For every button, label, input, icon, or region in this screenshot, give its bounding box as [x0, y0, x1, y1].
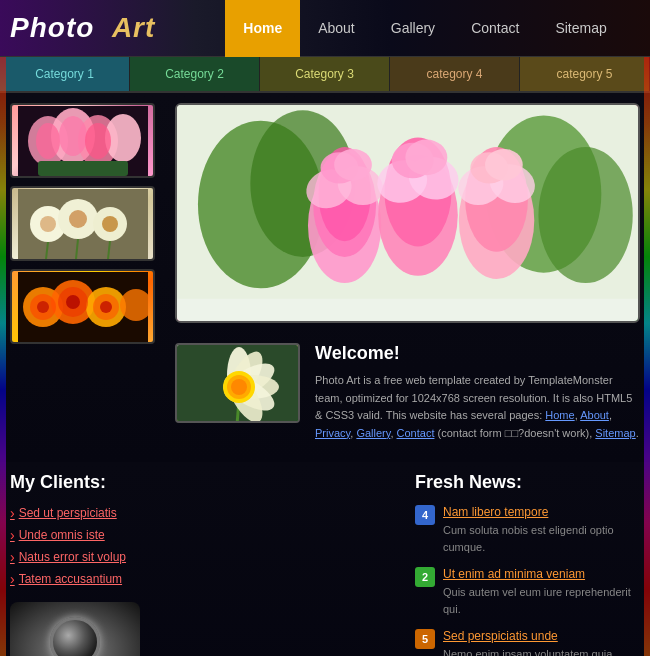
- thumbnail-1[interactable]: [10, 103, 155, 178]
- welcome-text: Welcome! Photo Art is a free web templat…: [315, 343, 640, 442]
- news-badge-2: 2: [415, 567, 435, 587]
- link-privacy[interactable]: Privacy: [315, 427, 350, 439]
- news-content-3: Sed perspiciatis unde Nemo enim ipsam vo…: [443, 629, 640, 656]
- camera-lens: [50, 617, 100, 656]
- news-item-1: 4 Nam libero tempore Cum soluta nobis es…: [415, 505, 640, 555]
- client-link-2[interactable]: Unde omnis iste: [10, 527, 175, 543]
- news-badge-1: 4: [415, 505, 435, 525]
- category-3[interactable]: Category 3: [260, 57, 390, 91]
- bottom-section: My Clients: Sed ut perspiciatis Unde omn…: [0, 462, 650, 656]
- clients-heading: My Clients:: [10, 472, 175, 493]
- thumbnail-3[interactable]: [10, 269, 155, 344]
- svg-point-5: [36, 123, 60, 159]
- svg-rect-55: [177, 299, 638, 321]
- svg-point-14: [40, 216, 56, 232]
- site-title-part2: Art: [112, 12, 155, 43]
- nav-contact[interactable]: Contact: [453, 0, 537, 57]
- svg-rect-8: [38, 161, 128, 176]
- camera-decoration: [10, 602, 140, 656]
- category-1[interactable]: Category 1: [0, 57, 130, 91]
- hero-svg: [177, 105, 638, 321]
- main-content: Welcome! Photo Art is a free web templat…: [0, 93, 650, 462]
- welcome-section: Welcome! Photo Art is a free web templat…: [175, 333, 640, 452]
- flowers-svg-2: [18, 189, 148, 259]
- center-content: Welcome! Photo Art is a free web templat…: [175, 103, 640, 452]
- welcome-body: Photo Art is a free web template created…: [315, 372, 640, 442]
- svg-point-28: [37, 301, 49, 313]
- nav-about[interactable]: About: [300, 0, 373, 57]
- link-home[interactable]: Home: [545, 409, 574, 421]
- welcome-left: [175, 343, 305, 442]
- news-content-1: Nam libero tempore Cum soluta nobis est …: [443, 505, 640, 555]
- flowers-svg-1: [18, 106, 148, 176]
- news-desc-2: Quis autem vel eum iure reprehenderit qu…: [443, 584, 640, 617]
- news-item-3: 5 Sed perspiciatis unde Nemo enim ipsam …: [415, 629, 640, 656]
- svg-point-16: [102, 216, 118, 232]
- svg-point-15: [69, 210, 87, 228]
- flowers-svg-3: [18, 272, 148, 342]
- category-5[interactable]: category 5: [520, 57, 650, 91]
- header: Photo Art Home About Gallery Contact Sit…: [0, 0, 650, 57]
- link-sitemap[interactable]: Sitemap: [595, 427, 635, 439]
- clients-column: My Clients: Sed ut perspiciatis Unde omn…: [10, 472, 175, 656]
- svg-point-35: [538, 147, 632, 283]
- svg-point-30: [100, 301, 112, 313]
- client-link-1[interactable]: Sed ut perspiciatis: [10, 505, 175, 521]
- site-title: Photo Art: [10, 12, 210, 44]
- client-link-4[interactable]: Tatem accusantium: [10, 571, 175, 587]
- sidebar: [10, 103, 165, 452]
- bottom-center-spacer: [185, 472, 405, 656]
- news-desc-1: Cum soluta nobis est eligendi optio cumq…: [443, 522, 640, 555]
- link-about[interactable]: About: [580, 409, 609, 421]
- category-4[interactable]: category 4: [390, 57, 520, 91]
- news-desc-3: Nemo enim ipsam voluptatem quia voluptas…: [443, 646, 640, 656]
- news-title-1[interactable]: Nam libero tempore: [443, 505, 640, 519]
- nav-sitemap[interactable]: Sitemap: [537, 0, 624, 57]
- nav-gallery[interactable]: Gallery: [373, 0, 453, 57]
- hero-image: [175, 103, 640, 323]
- news-title-3[interactable]: Sed perspiciatis unde: [443, 629, 640, 643]
- site-title-part1: Photo: [10, 12, 94, 43]
- news-badge-3: 5: [415, 629, 435, 649]
- link-contact[interactable]: Contact: [397, 427, 435, 439]
- link-gallery[interactable]: Gallery: [356, 427, 390, 439]
- hero-image-inner: [177, 105, 638, 321]
- welcome-heading: Welcome!: [315, 343, 640, 364]
- svg-point-29: [66, 295, 80, 309]
- svg-point-7: [85, 123, 111, 159]
- category-2[interactable]: Category 2: [130, 57, 260, 91]
- daisy-svg: [177, 345, 300, 423]
- svg-point-54: [485, 149, 523, 180]
- thumbnail-2[interactable]: [10, 186, 155, 261]
- main-nav: Home About Gallery Contact Sitemap: [210, 0, 640, 57]
- news-column: Fresh News: 4 Nam libero tempore Cum sol…: [415, 472, 640, 656]
- nav-home[interactable]: Home: [225, 0, 300, 57]
- svg-point-6: [59, 116, 87, 156]
- news-heading: Fresh News:: [415, 472, 640, 493]
- category-bar: Category 1 Category 2 Category 3 categor…: [0, 57, 650, 93]
- client-link-3[interactable]: Natus error sit volup: [10, 549, 175, 565]
- svg-point-42: [334, 149, 372, 180]
- welcome-image: [175, 343, 300, 423]
- news-content-2: Ut enim ad minima veniam Quis autem vel …: [443, 567, 640, 617]
- news-item-2: 2 Ut enim ad minima veniam Quis autem ve…: [415, 567, 640, 617]
- news-title-2[interactable]: Ut enim ad minima veniam: [443, 567, 640, 581]
- svg-point-66: [231, 379, 247, 395]
- svg-point-48: [405, 140, 447, 176]
